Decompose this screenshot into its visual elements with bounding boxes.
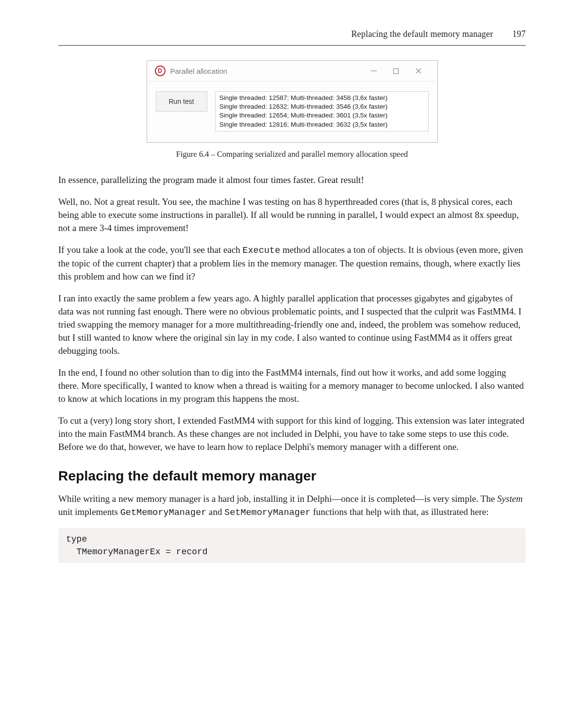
- text-run: unit implements: [58, 507, 120, 517]
- inline-code: SetMemoryManager: [224, 508, 311, 518]
- app-window: D Parallel allocation Run test Single th…: [147, 60, 438, 143]
- running-title: Replacing the default memory manager: [351, 29, 493, 39]
- inline-code: GetMemoryManager: [120, 508, 207, 518]
- maximize-icon[interactable]: [385, 68, 407, 74]
- body-paragraph: In essence, parallelizing the program ma…: [58, 174, 526, 187]
- body-paragraph: In the end, I found no other solution th…: [58, 366, 526, 406]
- section-heading: Replacing the default memory manager: [58, 468, 526, 484]
- delphi-icon-letter: D: [158, 68, 162, 74]
- run-test-button[interactable]: Run test: [156, 91, 207, 112]
- emphasis: System: [497, 494, 523, 504]
- result-line: Single threaded: 12587; Multi-threaded: …: [219, 94, 424, 102]
- result-line: Single threaded: 12654; Multi-threaded: …: [219, 111, 424, 120]
- result-line: Single threaded: 12632; Multi-threaded: …: [219, 102, 424, 111]
- inline-code: Execute: [243, 246, 281, 256]
- text-run: and: [206, 507, 224, 517]
- minimize-icon[interactable]: [363, 67, 385, 74]
- delphi-app-icon: D: [155, 66, 166, 76]
- running-header: Replacing the default memory manager 197: [58, 29, 526, 46]
- text-run: While writing a new memory manager is a …: [58, 494, 497, 504]
- page-number: 197: [512, 29, 526, 39]
- body-paragraph: If you take a look at the code, you'll s…: [58, 244, 526, 283]
- body-paragraph: While writing a new memory manager is a …: [58, 493, 526, 519]
- window-title: Parallel allocation: [170, 67, 363, 75]
- results-listbox[interactable]: Single threaded: 12587; Multi-threaded: …: [215, 91, 429, 132]
- window-titlebar: D Parallel allocation: [147, 61, 437, 82]
- text-run: If you take a look at the code, you'll s…: [58, 245, 243, 255]
- body-paragraph: To cut a (very) long story short, I exte…: [58, 414, 526, 454]
- result-line: Single threaded: 12816; Multi-threaded: …: [219, 120, 424, 129]
- figure-caption: Figure 6.4 – Comparing serialized and pa…: [58, 149, 526, 159]
- svg-rect-1: [394, 68, 399, 73]
- close-icon[interactable]: [407, 67, 430, 74]
- figure-container: D Parallel allocation Run test Single th…: [147, 60, 438, 143]
- window-client-area: Run test Single threaded: 12587; Multi-t…: [147, 82, 437, 142]
- body-paragraph: I ran into exactly the same problem a fe…: [58, 292, 526, 358]
- text-run: functions that help with that, as illust…: [311, 507, 489, 517]
- body-paragraph: Well, no. Not a great result. You see, t…: [58, 196, 526, 235]
- code-block: type TMemoryManagerEx = record: [58, 528, 526, 563]
